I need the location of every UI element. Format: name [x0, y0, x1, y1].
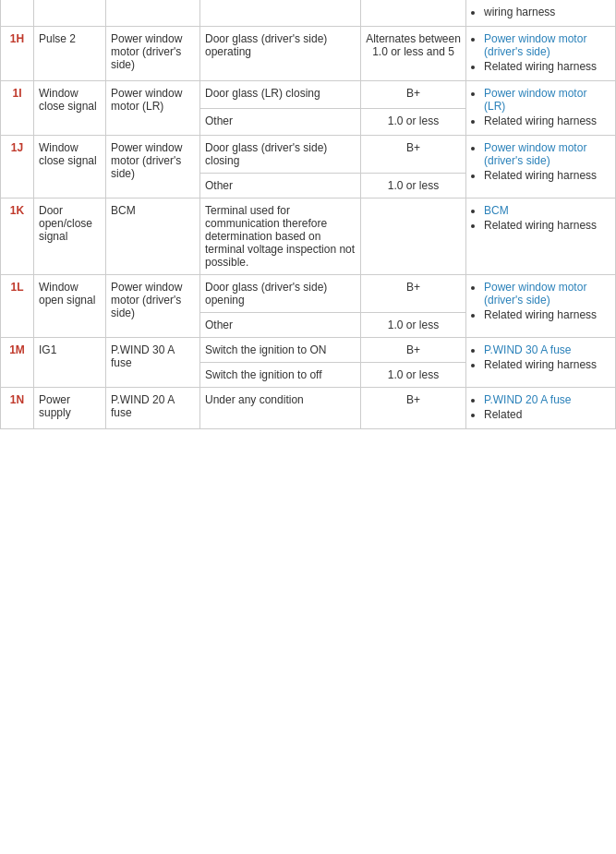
- row-voltage: 1.0 or less: [361, 313, 466, 338]
- diagnostic-table: wiring harness1HPulse 2Power window moto…: [0, 0, 616, 429]
- row-signal: Power supply: [34, 388, 106, 429]
- row-component: BCM: [106, 198, 200, 275]
- row-condition: Other: [200, 108, 361, 136]
- row-signal: Window close signal: [34, 136, 106, 198]
- row-voltage: [361, 0, 466, 27]
- row-condition: Other: [200, 313, 361, 338]
- row-condition: Door glass (driver's side) operating: [200, 27, 361, 81]
- row-id: 1H: [1, 27, 34, 81]
- row-suspect: Power window motor (LR)Related wiring ha…: [466, 81, 616, 136]
- row-condition: Switch the ignition to off: [200, 363, 361, 388]
- row-voltage: B+: [361, 338, 466, 363]
- row-suspect: P.WIND 30 A fuseRelated wiring harness: [466, 338, 616, 388]
- row-suspect: Power window motor (driver's side)Relate…: [466, 136, 616, 198]
- row-condition: Under any condition: [200, 388, 361, 429]
- row-component: [106, 0, 200, 27]
- row-condition: Door glass (driver's side) opening: [200, 275, 361, 313]
- row-voltage: 1.0 or less: [361, 363, 466, 388]
- row-voltage: [361, 198, 466, 275]
- row-voltage: B+: [361, 275, 466, 313]
- row-condition: Switch the ignition to ON: [200, 338, 361, 363]
- row-condition: Door glass (LR) closing: [200, 81, 361, 109]
- row-signal: Window open signal: [34, 275, 106, 338]
- row-suspect: Power window motor (driver's side)Relate…: [466, 275, 616, 338]
- row-id: 1L: [1, 275, 34, 338]
- row-condition: Other: [200, 174, 361, 198]
- row-voltage: 1.0 or less: [361, 108, 466, 136]
- row-id: 1N: [1, 388, 34, 429]
- row-suspect: wiring harness: [466, 0, 616, 27]
- row-component: Power window motor (LR): [106, 81, 200, 136]
- row-voltage: B+: [361, 81, 466, 109]
- row-suspect: Power window motor (driver's side)Relate…: [466, 27, 616, 81]
- row-voltage: 1.0 or less: [361, 174, 466, 198]
- row-id: [1, 0, 34, 27]
- row-component: Power window motor (driver's side): [106, 136, 200, 198]
- row-signal: Pulse 2: [34, 27, 106, 81]
- row-component: P.WIND 30 A fuse: [106, 338, 200, 388]
- row-voltage: Alternates between 1.0 or less and 5: [361, 27, 466, 81]
- row-component: Power window motor (driver's side): [106, 27, 200, 81]
- row-condition: Terminal used for communication therefor…: [200, 198, 361, 275]
- row-condition: Door glass (driver's side) closing: [200, 136, 361, 174]
- row-id: 1J: [1, 136, 34, 198]
- row-component: P.WIND 20 A fuse: [106, 388, 200, 429]
- row-suspect: BCMRelated wiring harness: [466, 198, 616, 275]
- row-voltage: B+: [361, 136, 466, 174]
- row-component: Power window motor (driver's side): [106, 275, 200, 338]
- row-condition: [200, 0, 361, 27]
- row-voltage: B+: [361, 388, 466, 429]
- row-id: 1M: [1, 338, 34, 388]
- row-id: 1I: [1, 81, 34, 136]
- row-signal: Door open/close signal: [34, 198, 106, 275]
- row-signal: IG1: [34, 338, 106, 388]
- row-signal: [34, 0, 106, 27]
- row-suspect: P.WIND 20 A fuseRelated: [466, 388, 616, 429]
- row-signal: Window close signal: [34, 81, 106, 136]
- row-id: 1K: [1, 198, 34, 275]
